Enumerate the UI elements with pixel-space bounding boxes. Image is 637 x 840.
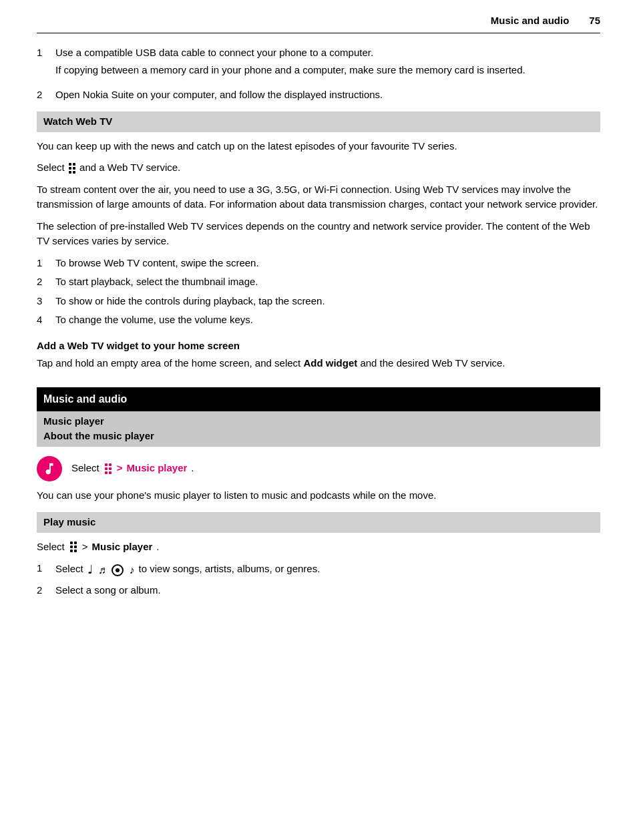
genre-icon: ♪ — [129, 562, 134, 578]
about-music-player-para: You can use your phone's music player to… — [37, 488, 600, 503]
list-item: 2 To start playback, select the thumbnai… — [37, 274, 600, 290]
page-header: Music and audio 75 — [37, 13, 600, 33]
select-text: Select — [71, 461, 99, 476]
play-music-heading: Play music — [37, 512, 600, 533]
play-select-arrow: > — [82, 540, 88, 555]
add-widget-para-prefix: Tap and hold an empty area of the home s… — [37, 357, 303, 369]
music-note-icon: ♩ — [87, 561, 93, 579]
apps-grid-icon-2 — [70, 542, 77, 552]
list-content-2: Open Nokia Suite on your computer, and f… — [55, 87, 600, 103]
page: Music and audio 75 1 Use a compatible US… — [0, 0, 637, 840]
watch-web-tv-para1: You can keep up with the news and catch … — [37, 139, 600, 154]
list-item: 3 To show or hide the controls during pl… — [37, 294, 600, 309]
list-num: 3 — [37, 294, 55, 309]
list-num: 4 — [37, 312, 55, 328]
header-title: Music and audio — [491, 13, 570, 29]
play-music-player-link: Music player — [91, 540, 152, 555]
list-item: 2 Open Nokia Suite on your computer, and… — [37, 87, 600, 103]
watch-web-tv-para2: Select and a Web TV service. — [37, 160, 600, 176]
play-select-text: Select — [37, 540, 65, 555]
watch-web-tv-para3: To stream content over the air, you need… — [37, 182, 600, 212]
music-player-label: Music player — [43, 415, 104, 427]
music-player-heading: Music player About the music player — [37, 411, 600, 447]
album-icon — [112, 564, 124, 576]
list-content: To change the volume, use the volume key… — [55, 312, 600, 328]
list-content-select: Select ♩ ♬ ♪ to view songs, artists, alb… — [55, 561, 600, 579]
list-num: 2 — [37, 583, 55, 598]
music-player-select-line: Select > Music player. — [37, 456, 600, 481]
list-item: 1 Select ♩ ♬ ♪ to view songs, artists, a… — [37, 561, 600, 579]
music-note-svg — [42, 461, 57, 476]
list-num-2: 2 — [37, 87, 55, 103]
apps-grid-icon-pink — [105, 463, 112, 474]
select-icons-prefix: Select — [55, 563, 83, 574]
list-text-1: Use a compatible USB data cable to conne… — [55, 47, 373, 58]
music-player-link: Music player — [126, 461, 187, 476]
watch-web-tv-para4: The selection of pre-installed Web TV se… — [37, 219, 600, 249]
top-list: 1 Use a compatible USB data cable to con… — [37, 45, 600, 103]
web-tv-list: 1 To browse Web TV content, swipe the sc… — [37, 256, 600, 328]
list-content: To show or hide the controls during play… — [55, 294, 600, 309]
add-widget-bold: Add widget — [303, 357, 357, 369]
music-app-icon — [37, 456, 62, 481]
list-content: Select a song or album. — [55, 583, 600, 598]
list-num: 1 — [37, 561, 55, 579]
add-widget-para-suffix: and the desired Web TV service. — [357, 357, 505, 369]
list-num: 1 — [37, 256, 55, 271]
web-tv-para2-suffix: and a Web TV service. — [79, 162, 180, 173]
list-num-1: 1 — [37, 45, 55, 83]
header-page-number: 75 — [589, 13, 600, 29]
list-item: 4 To change the volume, use the volume k… — [37, 312, 600, 328]
select-label: Select — [37, 162, 65, 173]
play-music-list: 1 Select ♩ ♬ ♪ to view songs, artists, a… — [37, 561, 600, 598]
artist-icon: ♬ — [98, 562, 106, 578]
list-content: To start playback, select the thumbnail … — [55, 274, 600, 290]
list-item: 2 Select a song or album. — [37, 583, 600, 598]
list-content-1: Use a compatible USB data cable to conne… — [55, 45, 600, 83]
list-num: 2 — [37, 274, 55, 290]
apps-grid-icon — [69, 163, 75, 174]
add-widget-para: Tap and hold an empty area of the home s… — [37, 356, 600, 371]
list-content: To browse Web TV content, swipe the scre… — [55, 256, 600, 271]
about-music-player-label: About the music player — [43, 430, 154, 441]
play-music-select-line: Select > Music player. — [37, 540, 600, 555]
music-audio-section-title: Music and audio — [37, 387, 600, 411]
select-arrow: > — [117, 461, 123, 476]
list-item: 1 To browse Web TV content, swipe the sc… — [37, 256, 600, 271]
list-item: 1 Use a compatible USB data cable to con… — [37, 45, 600, 83]
add-widget-heading: Add a Web TV widget to your home screen — [37, 339, 600, 354]
watch-web-tv-heading: Watch Web TV — [37, 112, 600, 132]
list-subtext-1: If copying between a memory card in your… — [55, 63, 600, 78]
select-icons-suffix: to view songs, artists, albums, or genre… — [139, 563, 321, 574]
